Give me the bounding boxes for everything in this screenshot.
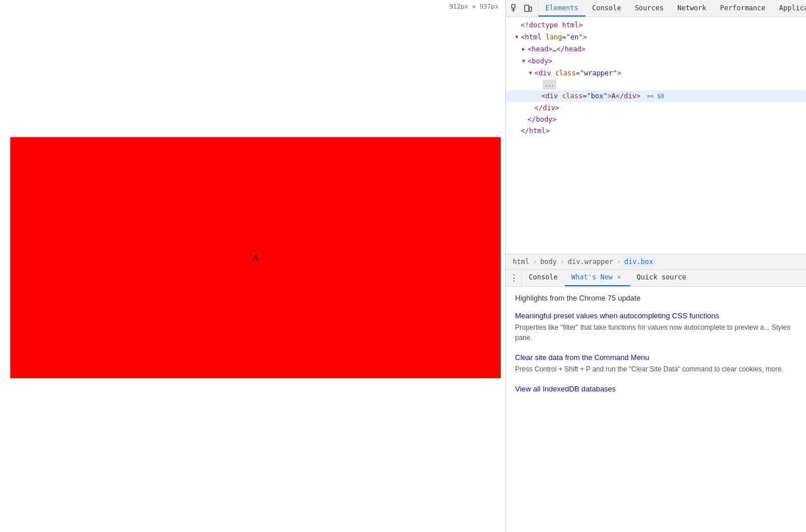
bottom-tab-whats-new[interactable]: What's New × [565, 269, 630, 286]
tab-sources[interactable]: Sources [628, 0, 671, 17]
body-open-tag: <body> [528, 56, 552, 66]
whats-new-item-3-title[interactable]: View all IndexedDB databases [515, 385, 797, 393]
tree-body[interactable]: <body> [506, 55, 806, 67]
breadcrumb-div-wrapper[interactable]: div.wrapper [565, 257, 615, 267]
toolbar-icon-group [506, 0, 538, 17]
bottom-tabs-bar: ⋮ Console What's New × Quick source [506, 270, 806, 287]
tree-doctype[interactable]: <!doctype html> [506, 19, 806, 31]
html-open-tag: <html lang="en"> [521, 32, 587, 42]
doctype-text: <!doctype html> [521, 20, 582, 30]
svg-rect-3 [525, 5, 529, 11]
tab-application[interactable]: Applicati... [772, 0, 806, 17]
html-tree: <!doctype html> <html lang="en"> <head>…… [506, 17, 806, 254]
html-close-tag: </html> [521, 126, 550, 136]
head-tag: <head>…</head> [528, 44, 585, 54]
breadcrumb-sep-2: › [560, 258, 564, 266]
tree-html[interactable]: <html lang="en"> [506, 31, 806, 43]
viewport-size: 912px × 937px [447, 0, 501, 14]
red-box-content: A [252, 253, 259, 263]
tree-ellipsis[interactable]: ... [506, 79, 806, 90]
tree-wrapper-close[interactable]: </div> [506, 102, 806, 114]
tree-div-box[interactable]: <div class="box">A</div> == $0 [506, 90, 806, 102]
devtools-tabs: Elements Console Sources Network Perform… [538, 0, 806, 17]
wrapper-close-tag: </div> [534, 103, 559, 113]
device-icon[interactable] [523, 3, 533, 14]
devtools-panel: Elements Console Sources Network Perform… [505, 0, 806, 532]
elements-panel: <!doctype html> <html lang="en"> <head>…… [506, 17, 806, 532]
whats-new-item-2-title[interactable]: Clear site data from the Command Menu [515, 353, 797, 362]
tree-toggle-body[interactable] [520, 55, 528, 66]
whats-new-close-icon[interactable]: × [615, 273, 623, 281]
body-close-tag: </body> [528, 114, 557, 125]
whats-new-item-1: Meaningful preset values when autocomple… [515, 311, 797, 343]
svg-rect-4 [529, 7, 532, 11]
dollar-zero-marker: == $0 [647, 93, 664, 99]
breadcrumb-div-box[interactable]: div.box [622, 257, 656, 267]
bottom-tab-console[interactable]: Console [522, 269, 565, 286]
whats-new-item-1-title[interactable]: Meaningful preset values when autocomple… [515, 311, 797, 320]
tree-div-wrapper[interactable]: <div class="wrapper"> [506, 67, 806, 79]
tab-network[interactable]: Network [671, 0, 713, 17]
whats-new-item-2: Clear site data from the Command Menu Pr… [515, 353, 797, 374]
inspect-icon[interactable] [510, 3, 521, 14]
bottom-tab-menu-icon[interactable]: ⋮ [506, 269, 522, 286]
browser-viewport: 912px × 937px A [0, 0, 505, 532]
breadcrumb-sep-3: › [617, 258, 621, 266]
breadcrumb-bar: html › body › div.wrapper › div.box [506, 254, 806, 270]
bottom-tab-quick-source[interactable]: Quick source [630, 269, 693, 286]
tree-html-close[interactable]: </html> [506, 125, 806, 137]
whats-new-header: Highlights from the Chrome 75 update [515, 294, 797, 302]
box-tag: <div class="box">A</div> == $0 [541, 91, 664, 102]
whats-new-item-3: View all IndexedDB databases [515, 385, 797, 393]
red-box: A [10, 137, 501, 378]
breadcrumb-sep-1: › [533, 258, 537, 266]
whats-new-content: Highlights from the Chrome 75 update Mea… [506, 287, 806, 533]
tree-toggle-head[interactable] [520, 43, 528, 54]
tab-elements[interactable]: Elements [538, 0, 585, 17]
breadcrumb-html[interactable]: html [510, 257, 532, 267]
svg-rect-0 [512, 5, 515, 8]
ellipsis-button[interactable]: ... [542, 79, 556, 90]
tree-head[interactable]: <head>…</head> [506, 43, 806, 55]
tree-body-close[interactable]: </body> [506, 114, 806, 125]
whats-new-item-2-desc: Press Control + Shift + P and run the "C… [515, 364, 797, 374]
tree-toggle-wrapper[interactable] [526, 67, 534, 78]
devtools-toolbar: Elements Console Sources Network Perform… [506, 0, 806, 17]
breadcrumb-body[interactable]: body [538, 257, 559, 267]
tree-toggle-html[interactable] [513, 31, 521, 42]
whats-new-item-1-desc: Properties like "filter" that take funct… [515, 322, 797, 343]
tab-console[interactable]: Console [585, 0, 628, 17]
wrapper-tag: <div class="wrapper"> [534, 68, 621, 78]
tab-performance[interactable]: Performance [713, 0, 772, 17]
